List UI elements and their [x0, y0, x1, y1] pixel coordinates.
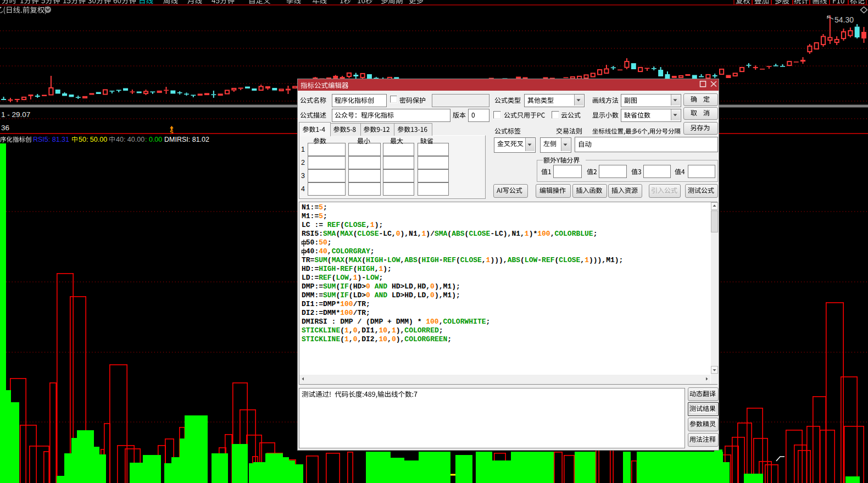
- svg-text:1 - 29.07: 1 - 29.07: [1, 110, 30, 119]
- svg-text:50: 50.00: 50: 50.00: [79, 136, 107, 143]
- svg-text:36: 36: [1, 124, 9, 132]
- svg-text:: 0.00: : 0.00: [145, 136, 162, 143]
- svg-text:RSI5: 81.31: RSI5: 81.31: [33, 136, 69, 143]
- svg-text:54.30: 54.30: [834, 15, 854, 24]
- svg-text:40: 40.00: 40: 40.00: [116, 136, 144, 143]
- svg-text:DMIRSI: 81.02: DMIRSI: 81.02: [164, 136, 209, 143]
